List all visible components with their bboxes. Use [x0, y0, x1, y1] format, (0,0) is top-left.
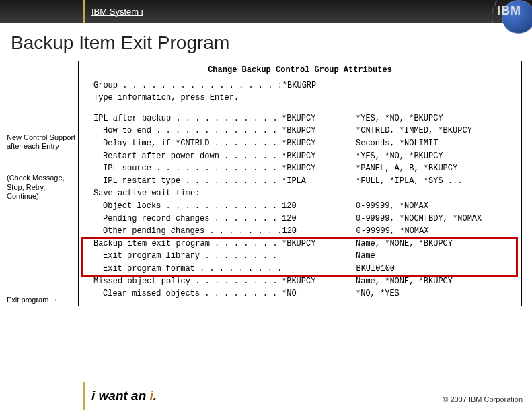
row-value: *BKUPCY [282, 125, 356, 137]
row-options: *YES, *NO, *BKUPCY [356, 150, 516, 163]
row-value: *BKUPCY [282, 150, 356, 163]
row-label: Exit program format . . . . . . . . . [103, 263, 282, 275]
terminal-row: Missed object policy . . . . . . . . .*B… [84, 275, 516, 288]
type-info-row: Type information, press Enter. [84, 92, 516, 104]
row-value: 120 [282, 225, 356, 238]
row-options: BKUI0100 [356, 263, 516, 275]
spacer [84, 104, 516, 112]
row-value: *BKUPCY [282, 137, 356, 150]
note-check: (Check Message, Stop, Retry, Continue) [7, 174, 78, 201]
row-label: Backup item exit program . . . . . . . [93, 238, 282, 250]
row-options: *NO, *YES [356, 287, 516, 300]
note-exit-program: Exit program → [7, 295, 78, 304]
main-content: New Control Support after each Entry (Ch… [0, 61, 532, 306]
row-options: 0-99999, *NOMAX [356, 200, 516, 213]
tagline: i want an i. [91, 388, 157, 403]
tagline-post: . [153, 388, 157, 403]
row-value: *NO [282, 287, 356, 300]
group-label: Group . . . . . . . . . . . . . . . . : [93, 79, 282, 92]
row-label: How to end . . . . . . . . . . . . . [103, 125, 282, 137]
row-label: Other pending changes . . . . . . . . [103, 225, 282, 238]
row-options: 0-99999, *NOMAX [356, 225, 516, 238]
terminal-row: Delay time, if *CNTRLD . . . . . . .*BKU… [84, 137, 516, 150]
row-options: *YES, *NO, *BKUPCY [356, 112, 516, 125]
terminal-row: Pending record changes . . . . . . .1200… [84, 213, 516, 226]
row-value: *IPLA [282, 175, 356, 188]
row-options: Name, *NONE, *BKUPCY [356, 238, 516, 250]
group-value: *BKUGRP [282, 79, 356, 92]
footer: i want an i. © 2007 IBM Corporation [0, 382, 532, 410]
gold-divider [83, 0, 85, 23]
terminal-row: Object locks . . . . . . . . . . . .1200… [84, 200, 516, 213]
row-options: Name [356, 250, 516, 263]
row-label: Pending record changes . . . . . . . [103, 213, 282, 226]
tagline-pre: i want an [91, 388, 150, 403]
row-options: Name, *NONE, *BKUPCY [356, 275, 516, 288]
terminal-row: Exit program library . . . . . . . .Name [84, 250, 516, 263]
row-options: *PANEL, A, B, *BKUPCY [356, 162, 516, 175]
system-title: IBM System i [91, 7, 143, 17]
terminal-row: How to end . . . . . . . . . . . . .*BKU… [84, 125, 516, 137]
note-new-control: New Control Support after each Entry [7, 133, 78, 151]
terminal-panel: Change Backup Control Group Attributes G… [78, 61, 522, 306]
terminal-row: Restart after power down . . . . . .*BKU… [84, 150, 516, 163]
row-value: *BKUPCY [282, 112, 356, 125]
terminal-title: Change Backup Control Group Attributes [84, 64, 516, 77]
row-options: *FULL, *IPLA, *SYS ... [356, 175, 516, 188]
row-label: Object locks . . . . . . . . . . . . [103, 200, 282, 213]
row-label: IPL source . . . . . . . . . . . . . [103, 162, 282, 175]
row-options: Seconds, *NOLIMIT [356, 137, 516, 150]
row-label: Restart after power down . . . . . . [103, 150, 282, 163]
group-row: Group . . . . . . . . . . . . . . . . : … [84, 79, 516, 92]
row-value: *BKUPCY [282, 238, 356, 250]
row-value: *BKUPCY [282, 275, 356, 288]
row-options: 0-99999, *NOCMTBDY, *NOMAX [356, 213, 516, 226]
terminal-row: IPL after backup . . . . . . . . . . .*B… [84, 112, 516, 125]
row-value: 120 [282, 200, 356, 213]
terminal-rows: IPL after backup . . . . . . . . . . .*B… [84, 112, 516, 300]
row-value: *BKUPCY [282, 162, 356, 175]
terminal-row: Backup item exit program . . . . . . .*B… [84, 238, 516, 250]
type-info: Type information, press Enter. [93, 92, 239, 104]
row-value [282, 187, 356, 200]
terminal-row: Exit program format . . . . . . . . .BKU… [84, 263, 516, 275]
row-label: IPL restart type . . . . . . . . . . [103, 175, 282, 188]
gold-divider-footer [83, 382, 85, 410]
ibm-logo: IBM [497, 4, 521, 18]
row-value [282, 263, 356, 275]
row-value [282, 250, 356, 263]
row-label: Clear missed objects . . . . . . . . [103, 287, 282, 300]
row-value: 120 [282, 213, 356, 226]
row-label: Missed object policy . . . . . . . . . [93, 275, 282, 288]
header-band: IBM System i IBM [0, 0, 532, 23]
terminal-row: Save active wait time: [84, 187, 516, 200]
row-label: Delay time, if *CNTRLD . . . . . . . [103, 137, 282, 150]
terminal-row: Other pending changes . . . . . . . .120… [84, 225, 516, 238]
row-label: IPL after backup . . . . . . . . . . . [93, 112, 282, 125]
row-label: Save active wait time: [93, 187, 282, 200]
left-annotations: New Control Support after each Entry (Ch… [7, 61, 78, 306]
page-title: Backup Item Exit Program [11, 32, 532, 54]
terminal-row: IPL source . . . . . . . . . . . . .*BKU… [84, 162, 516, 175]
row-options [356, 187, 516, 200]
row-label: Exit program library . . . . . . . . [103, 250, 282, 263]
row-options: *CNTRLD, *IMMED, *BKUPCY [356, 125, 516, 137]
terminal-row: Clear missed objects . . . . . . . .*NO*… [84, 287, 516, 300]
copyright: © 2007 IBM Corporation [443, 395, 523, 403]
terminal-row: IPL restart type . . . . . . . . . .*IPL… [84, 175, 516, 188]
